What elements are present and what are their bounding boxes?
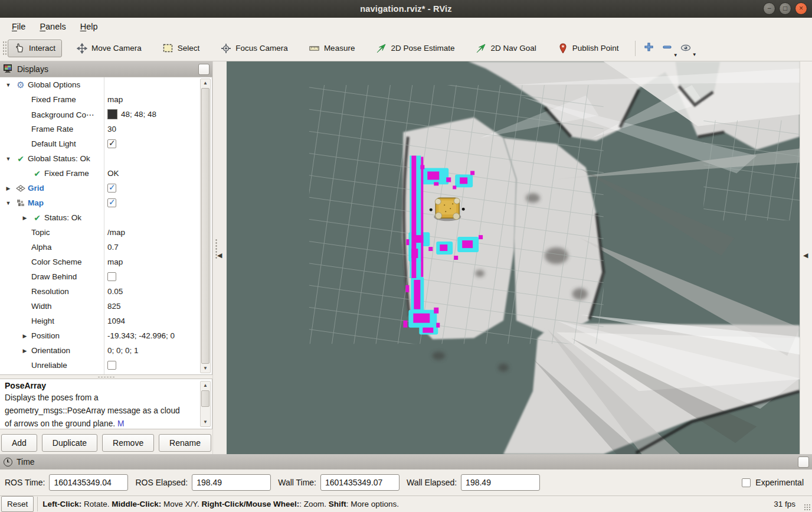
property-value[interactable] <box>107 358 116 373</box>
tool-2d-nav-goal[interactable]: 2D Nav Goal <box>469 40 542 57</box>
tool-move-camera[interactable]: Move Camera <box>70 40 148 57</box>
duplicate-button[interactable]: Duplicate <box>42 434 97 452</box>
displays-tree[interactable]: ▼⚙Global OptionsFixed FramemapBackground… <box>0 77 212 375</box>
expander-right-icon[interactable]: ▶ <box>19 348 31 354</box>
dropdown-arrow-icon[interactable]: ▼ <box>673 53 678 58</box>
value-checkbox[interactable]: ✓ <box>107 184 116 193</box>
tree-row-orientation[interactable]: ▶Orientation0; 0; 0; 1 <box>0 343 212 358</box>
menu-item-help[interactable]: Help <box>74 19 104 34</box>
property-value[interactable]: 0.05 <box>107 284 123 299</box>
scroll-down-arrow-icon[interactable]: ▼ <box>201 418 210 426</box>
reset-button[interactable]: Reset <box>1 496 34 512</box>
close-button[interactable]: × <box>795 2 807 15</box>
tree-row-grid[interactable]: ▶Grid✓ <box>0 181 212 195</box>
panel-splitter[interactable]: ◀ <box>212 61 227 454</box>
property-value[interactable]: 825 <box>107 299 121 314</box>
menu-item-file[interactable]: File <box>6 19 31 34</box>
property-value[interactable]: ✓ <box>107 181 116 195</box>
views-panel-handle[interactable]: ◀ <box>800 61 812 454</box>
dropdown-arrow-icon[interactable]: ▼ <box>692 52 697 57</box>
property-value[interactable]: 0; 0; 0; 1 <box>107 343 139 358</box>
tree-row-unreliable[interactable]: Unreliable <box>0 358 212 373</box>
tree-row-alpha[interactable]: Alpha0.7 <box>0 240 212 255</box>
maximize-button[interactable]: □ <box>779 2 791 15</box>
tree-row-resolution[interactable]: Resolution0.05 <box>0 284 212 299</box>
property-value[interactable]: 1094 <box>107 314 125 328</box>
tool-interact-mode[interactable]: ▼ <box>679 42 692 55</box>
tree-row-topic[interactable]: Topic/map <box>0 225 212 240</box>
scrollbar-thumb[interactable] <box>201 390 209 407</box>
time-field-input[interactable] <box>49 474 128 491</box>
tree-row-status-ok[interactable]: ▶✔Status: Ok <box>0 210 212 225</box>
expander-right-icon[interactable]: ▶ <box>19 333 31 339</box>
tree-row-global-options[interactable]: ▼⚙Global Options <box>0 77 212 92</box>
tool-2d-pose-estimate[interactable]: 2D Pose Estimate <box>369 40 461 57</box>
titlebar[interactable]: navigation.rviz* - RViz −□× <box>0 0 812 18</box>
menu-item-panels[interactable]: Panels <box>34 19 71 34</box>
property-value[interactable]: ✓ <box>107 195 116 210</box>
tree-row-fixed-frame[interactable]: ✔Fixed FrameOK <box>0 166 212 181</box>
value-checkbox[interactable]: ✓ <box>107 139 116 148</box>
tree-row-default-light[interactable]: Default Light✓ <box>0 136 212 151</box>
tree-row-width[interactable]: Width825 <box>0 299 212 314</box>
property-value[interactable]: -19.343; -42.996; 0 <box>107 328 175 343</box>
expander-down-icon[interactable]: ▼ <box>2 200 14 206</box>
property-value[interactable] <box>107 269 116 284</box>
toolbar-drag-handle[interactable] <box>2 41 6 56</box>
tree-row-color-scheme[interactable]: Color Schememap <box>0 255 212 269</box>
expander-down-icon[interactable]: ▼ <box>2 82 14 88</box>
expander-right-icon[interactable]: ▶ <box>2 185 14 191</box>
time-field-input[interactable] <box>320 474 400 491</box>
tree-row-height[interactable]: Height1094 <box>0 314 212 328</box>
experimental-checkbox[interactable] <box>742 478 751 487</box>
rename-button[interactable]: Rename <box>159 434 211 452</box>
displays-tree-scrollbar[interactable]: ▲ ▼ <box>200 79 211 373</box>
tool-measure[interactable]: Measure <box>303 40 362 57</box>
tree-row-global-status-ok[interactable]: ▼✔Global Status: Ok <box>0 151 212 166</box>
expander-down-icon[interactable]: ▼ <box>2 156 14 162</box>
tree-row-position[interactable]: ▶Position-19.343; -42.996; 0 <box>0 328 212 343</box>
property-value[interactable]: 48; 48; 48 <box>107 107 156 122</box>
scroll-up-arrow-icon[interactable]: ▲ <box>201 79 210 87</box>
scroll-down-arrow-icon[interactable]: ▼ <box>201 364 210 373</box>
tool-remove-view[interactable]: ▼ <box>661 41 673 56</box>
displays-float-button[interactable] <box>198 64 209 75</box>
expander-right-icon[interactable]: ▶ <box>19 215 31 221</box>
add-button[interactable]: Add <box>1 434 37 452</box>
collapse-left-arrow-icon[interactable]: ◀ <box>217 252 222 259</box>
value-checkbox[interactable] <box>107 272 116 281</box>
property-value[interactable]: 30 <box>107 122 116 136</box>
property-value[interactable]: 0.7 <box>107 240 119 255</box>
tool-focus-camera[interactable]: Focus Camera <box>214 40 294 57</box>
property-value[interactable]: OK <box>107 166 119 181</box>
remove-button[interactable]: Remove <box>102 434 154 452</box>
tree-row-background-co[interactable]: Background Co⋯48; 48; 48 <box>0 107 212 122</box>
property-value[interactable]: /map <box>107 225 125 240</box>
experimental-option[interactable]: Experimental <box>742 478 804 487</box>
scroll-up-arrow-icon[interactable]: ▲ <box>201 381 210 390</box>
description-scrollbar[interactable]: ▲ ▼ <box>200 381 211 427</box>
tree-row-map[interactable]: ▼Map✓ <box>0 195 212 210</box>
property-value[interactable]: ✓ <box>107 136 116 151</box>
property-value[interactable]: map <box>107 92 123 107</box>
value-checkbox[interactable]: ✓ <box>107 198 116 207</box>
collapse-left-arrow-icon[interactable]: ◀ <box>803 252 808 259</box>
more-information-link[interactable]: M <box>117 419 125 428</box>
resize-grip[interactable] <box>804 504 811 511</box>
minimize-button[interactable]: − <box>763 2 775 15</box>
time-field-input[interactable] <box>192 474 271 491</box>
tool-publish-point[interactable]: Publish Point <box>551 40 626 57</box>
tool-select[interactable]: Select <box>156 40 207 57</box>
tree-row-fixed-frame[interactable]: Fixed Framemap <box>0 92 212 107</box>
tool-interact[interactable]: Interact <box>8 40 62 57</box>
tree-row-draw-behind[interactable]: Draw Behind <box>0 269 212 284</box>
time-field-input[interactable] <box>461 474 540 491</box>
tree-row-frame-rate[interactable]: Frame Rate30 <box>0 122 212 136</box>
time-float-button[interactable] <box>798 456 809 468</box>
time-panel-header[interactable]: Time <box>0 454 812 469</box>
value-checkbox[interactable] <box>107 361 116 370</box>
tool-add-view[interactable] <box>643 41 655 56</box>
displays-panel-header[interactable]: Displays <box>0 61 212 77</box>
scrollbar-thumb[interactable] <box>201 88 209 364</box>
property-value[interactable]: map <box>107 255 123 269</box>
